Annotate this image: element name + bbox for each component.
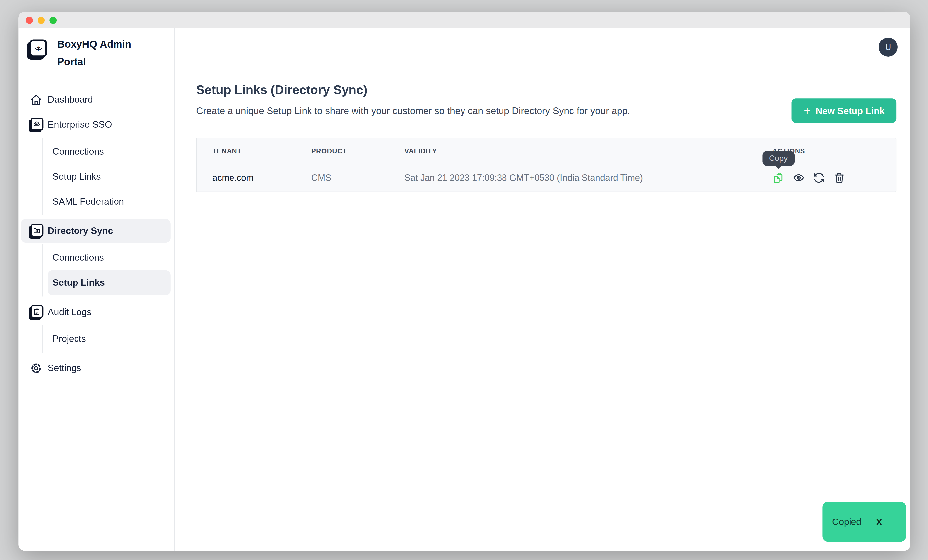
- sidebar-item-enterprise-sso[interactable]: Enterprise SSO: [21, 113, 171, 137]
- cell-validity: Sat Jan 21 2023 17:09:38 GMT+0530 (India…: [404, 172, 772, 183]
- audit-logs-clipboard-icon: [30, 305, 43, 318]
- toast-close-button[interactable]: X: [876, 517, 882, 526]
- enterprise-sso-submenu: Connections Setup Links SAML Federation: [42, 138, 171, 215]
- sidebar-item-sso-setup-links[interactable]: Setup Links: [48, 164, 171, 189]
- window-body: </> BoxyHQ Admin Portal Dashboard: [18, 28, 910, 551]
- sidebar: </> BoxyHQ Admin Portal Dashboard: [18, 28, 175, 551]
- sidebar-item-label: Settings: [48, 363, 81, 374]
- sidebar-nav: Dashboard Enterprise SSO: [18, 88, 174, 380]
- page-header-row: Create a unique Setup Link to share with…: [196, 98, 896, 123]
- directory-sync-folder-icon: [30, 224, 43, 237]
- toast-message: Copied: [832, 516, 861, 527]
- sidebar-item-dsync-connections[interactable]: Connections: [48, 245, 171, 270]
- column-header-tenant: TENANT: [212, 147, 311, 154]
- new-setup-link-label: New Setup Link: [816, 105, 885, 116]
- trash-icon: [833, 171, 845, 183]
- brand[interactable]: </> BoxyHQ Admin Portal: [26, 36, 174, 70]
- cell-product: CMS: [311, 172, 404, 183]
- sidebar-item-label: Enterprise SSO: [48, 119, 112, 130]
- sidebar-item-sso-connections[interactable]: Connections: [48, 139, 171, 164]
- row-actions: Copy: [772, 171, 896, 183]
- copied-toast: Copied X: [823, 502, 906, 542]
- delete-action-button[interactable]: [833, 171, 845, 183]
- page-title: Setup Links (Directory Sync): [196, 82, 896, 98]
- topbar: U: [175, 28, 910, 66]
- user-avatar[interactable]: U: [879, 37, 898, 56]
- view-action-button[interactable]: [793, 171, 804, 183]
- table-row: acme.com CMS Sat Jan 21 2023 17:09:38 GM…: [197, 163, 896, 192]
- regenerate-action-button[interactable]: [813, 171, 825, 183]
- main-area: U Setup Links (Directory Sync) Create a …: [175, 28, 910, 551]
- cell-tenant: acme.com: [212, 172, 311, 183]
- screen: </> BoxyHQ Admin Portal Dashboard: [0, 0, 928, 560]
- minimize-window-button[interactable]: [38, 17, 45, 24]
- gear-icon: [28, 360, 43, 375]
- maximize-window-button[interactable]: [49, 17, 56, 24]
- page-description: Create a unique Setup Link to share with…: [196, 105, 792, 116]
- app-window: </> BoxyHQ Admin Portal Dashboard: [18, 12, 910, 551]
- boxyhq-logo-icon: </>: [29, 39, 47, 57]
- sidebar-item-label: Dashboard: [48, 94, 93, 105]
- sidebar-item-projects[interactable]: Projects: [48, 327, 171, 351]
- sidebar-item-directory-sync[interactable]: Directory Sync: [21, 219, 171, 243]
- new-setup-link-button[interactable]: + New Setup Link: [792, 98, 896, 123]
- sidebar-item-settings[interactable]: Settings: [21, 356, 171, 380]
- copy-action-button[interactable]: Copy: [772, 171, 785, 183]
- sidebar-item-dashboard[interactable]: Dashboard: [21, 88, 171, 111]
- sidebar-item-audit-logs[interactable]: Audit Logs: [21, 300, 171, 324]
- close-window-button[interactable]: [26, 17, 33, 24]
- sidebar-item-label: Directory Sync: [48, 226, 113, 236]
- brand-title: BoxyHQ Admin Portal: [57, 36, 136, 70]
- column-header-validity: VALIDITY: [404, 147, 772, 154]
- sidebar-item-saml-federation[interactable]: SAML Federation: [48, 189, 171, 214]
- sso-cloud-key-icon: [30, 117, 43, 131]
- copy-tooltip: Copy: [762, 151, 794, 165]
- refresh-icon: [813, 171, 825, 183]
- clipboard-copy-icon: [772, 171, 785, 183]
- window-titlebar: [18, 12, 910, 28]
- eye-icon: [793, 171, 804, 183]
- column-header-product: PRODUCT: [311, 147, 404, 154]
- audit-logs-submenu: Projects: [42, 325, 171, 352]
- directory-sync-submenu: Connections Setup Links: [42, 244, 171, 296]
- home-icon: [28, 92, 43, 107]
- plus-icon: +: [804, 105, 810, 116]
- setup-links-table: TENANT PRODUCT VALIDITY ACTIONS acme.com…: [196, 138, 896, 192]
- sidebar-item-label: Audit Logs: [48, 307, 92, 317]
- sidebar-item-dsync-setup-links[interactable]: Setup Links: [48, 270, 171, 295]
- content: Setup Links (Directory Sync) Create a un…: [175, 66, 910, 551]
